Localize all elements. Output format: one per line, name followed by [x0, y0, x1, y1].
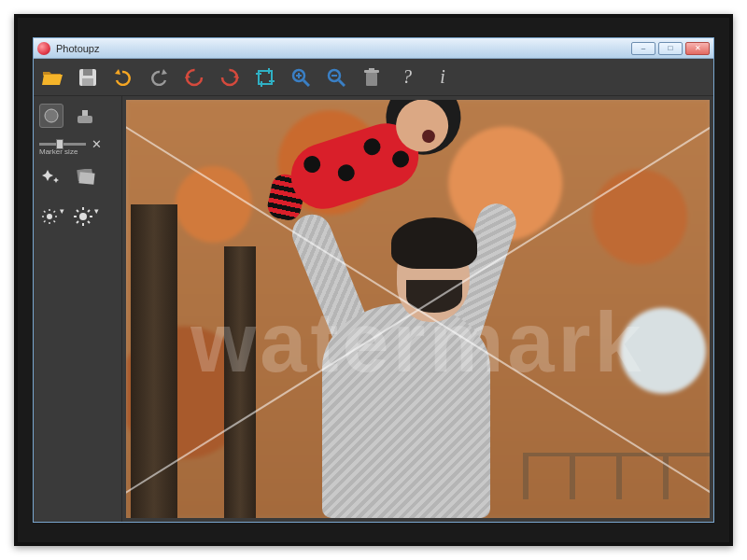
save-button[interactable]	[77, 66, 99, 89]
zoom-out-icon	[327, 68, 345, 87]
photo-fence	[523, 453, 710, 499]
chevron-down-icon: ▾	[94, 206, 99, 216]
svg-line-26	[53, 221, 55, 223]
minimize-button[interactable]: –	[631, 42, 655, 55]
photo-tree-trunk	[131, 204, 177, 518]
chevron-down-icon: ▾	[60, 206, 64, 216]
rotate-cw-button[interactable]	[218, 66, 241, 89]
svg-rect-19	[78, 172, 94, 185]
photo-man	[322, 303, 490, 518]
image-viewport[interactable]: watermark	[126, 100, 710, 518]
crop-button[interactable]	[254, 66, 276, 89]
crop-icon	[256, 68, 275, 87]
marker-brush-tool[interactable]	[39, 104, 63, 128]
brightness-down-tool[interactable]: ▾	[39, 204, 63, 229]
svg-line-25	[44, 211, 46, 213]
slider-thumb[interactable]	[56, 139, 63, 149]
info-icon: i	[440, 66, 445, 88]
svg-line-34	[77, 210, 78, 212]
outer-frame: Photoupz – □ ✕	[14, 14, 733, 546]
sidebar: ✕ Marker size	[34, 96, 122, 522]
clear-x-icon[interactable]: ✕	[92, 137, 102, 151]
info-button[interactable]: i	[431, 66, 454, 89]
window-controls: – □ ✕	[631, 42, 710, 55]
svg-line-37	[77, 221, 78, 223]
svg-point-16	[45, 109, 58, 122]
trash-icon	[363, 68, 380, 87]
circle-marker-icon	[43, 107, 60, 124]
maximize-button[interactable]: □	[658, 42, 683, 55]
svg-line-11	[339, 80, 345, 86]
rotate-cw-icon	[219, 67, 240, 88]
svg-line-28	[44, 221, 46, 223]
undo-button[interactable]	[112, 66, 134, 89]
sparkle-icon	[42, 168, 61, 187]
help-icon: ?	[402, 66, 412, 88]
clone-stamp-tool[interactable]	[73, 104, 97, 128]
svg-rect-17	[78, 116, 92, 123]
undo-icon	[113, 69, 134, 86]
svg-line-7	[303, 80, 309, 86]
save-icon	[78, 68, 97, 87]
svg-rect-2	[82, 78, 93, 86]
rotate-ccw-button[interactable]	[183, 66, 205, 89]
svg-point-29	[79, 213, 87, 220]
photos-stack-icon	[74, 169, 96, 186]
svg-rect-13	[366, 73, 377, 86]
clone-stamp-icon	[75, 106, 95, 125]
main-toolbar: ? i	[34, 59, 713, 96]
svg-point-20	[47, 214, 52, 219]
close-button[interactable]: ✕	[685, 42, 710, 55]
zoom-out-button[interactable]	[325, 66, 347, 89]
rotate-ccw-icon	[184, 67, 204, 88]
redo-icon	[148, 69, 169, 86]
marker-size-label: Marker size	[39, 147, 116, 156]
svg-line-35	[88, 221, 90, 223]
zoom-in-icon	[291, 68, 310, 87]
window-title: Photoupz	[56, 43, 631, 54]
svg-rect-15	[369, 68, 374, 71]
content-area: ✕ Marker size	[34, 96, 713, 522]
brightness-up-icon	[74, 207, 92, 226]
app-icon	[37, 42, 50, 55]
trash-button[interactable]	[360, 66, 383, 89]
sparkle-tool[interactable]	[39, 165, 63, 189]
brightness-down-icon	[41, 208, 58, 225]
redo-button[interactable]	[148, 66, 170, 89]
canvas: watermark	[122, 96, 713, 522]
svg-line-27	[53, 211, 55, 213]
svg-line-36	[88, 210, 90, 212]
open-button[interactable]	[41, 66, 63, 89]
help-button[interactable]: ?	[396, 66, 418, 89]
titlebar: Photoupz – □ ✕	[34, 38, 713, 59]
slider-track[interactable]	[39, 143, 86, 146]
svg-rect-1	[83, 69, 92, 76]
open-folder-icon	[42, 69, 63, 86]
photos-tool[interactable]	[73, 165, 97, 189]
app-window: Photoupz – □ ✕	[33, 37, 714, 523]
photo-tree-trunk	[224, 246, 256, 518]
brightness-up-tool[interactable]: ▾	[73, 204, 97, 229]
zoom-in-button[interactable]	[289, 66, 312, 89]
